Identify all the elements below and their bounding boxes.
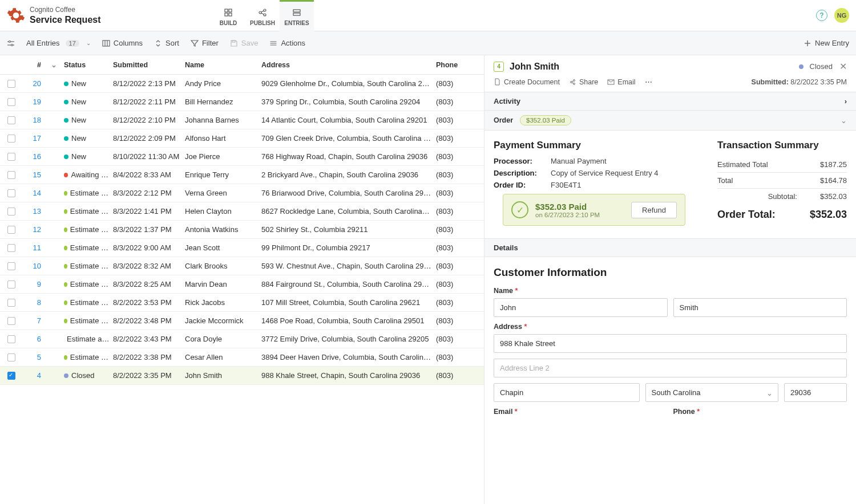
state-select[interactable]	[645, 383, 779, 402]
panel-header: 4 John Smith Closed ✕	[484, 55, 856, 75]
header-name[interactable]: Name	[185, 61, 261, 69]
row-checkbox[interactable]	[0, 226, 23, 234]
row-address: 593 W. Chestnut Ave., Chapin, South Caro…	[261, 262, 436, 270]
address-line1-input[interactable]	[494, 334, 847, 353]
svg-rect-3	[229, 13, 232, 16]
header-submitted[interactable]: Submitted	[113, 61, 185, 69]
sort-button[interactable]: Sort	[154, 39, 179, 47]
row-name: Helen Clayton	[185, 207, 261, 216]
row-address: 14 Atlantic Court, Columbia, South Carol…	[261, 116, 436, 124]
create-document-button[interactable]: Create Document	[494, 78, 560, 86]
row-number: 15	[23, 170, 46, 179]
row-checkbox[interactable]	[0, 281, 23, 288]
row-number: 11	[23, 243, 46, 252]
row-status: Estimate …	[62, 207, 113, 216]
row-address: 107 Mill Street, Columbia, South Carolin…	[261, 298, 436, 307]
transaction-summary: Transaction Summary Estimated Total$187.…	[717, 140, 847, 234]
row-checkbox[interactable]	[0, 116, 23, 124]
payment-summary: Payment Summary Processor:Manual Payment…	[494, 140, 695, 234]
row-checkbox[interactable]	[0, 317, 23, 325]
entries-toolbar: All Entries 17 ⌄ Columns Sort Filter Sav…	[0, 31, 856, 55]
svg-point-13	[9, 40, 11, 42]
row-checkbox[interactable]	[0, 189, 23, 197]
zip-input[interactable]	[784, 383, 847, 402]
row-name: Verna Green	[185, 189, 261, 197]
toolbar-settings-icon[interactable]	[7, 39, 15, 47]
row-checkbox[interactable]	[0, 335, 23, 343]
refund-button[interactable]: Refund	[631, 202, 677, 218]
share-button[interactable]: Share	[569, 78, 598, 86]
tab-entries-label: ENTRIES	[284, 20, 309, 26]
header-address[interactable]: Address	[261, 61, 436, 69]
row-checkbox[interactable]	[0, 80, 23, 88]
header-right: ? NG	[816, 8, 849, 23]
row-submitted: 8/2/2022 3:48 PM	[113, 316, 185, 325]
email-button[interactable]: Email	[607, 78, 635, 86]
order-label: Order	[494, 116, 513, 124]
tab-build[interactable]: BUILD	[211, 0, 245, 31]
build-icon	[223, 7, 233, 18]
sort-indicator-icon[interactable]: ⌄	[46, 60, 62, 69]
help-icon[interactable]: ?	[816, 10, 827, 21]
summary-section: Payment Summary Processor:Manual Payment…	[484, 131, 856, 238]
row-checkbox[interactable]	[0, 353, 23, 361]
customer-info-title: Customer Information	[494, 266, 847, 279]
details-section-bar: Details	[484, 238, 856, 257]
svg-rect-1	[229, 9, 232, 12]
check-circle-icon: ✓	[511, 201, 528, 218]
address-line2-input[interactable]	[494, 359, 847, 377]
row-number: 18	[23, 116, 46, 124]
user-avatar[interactable]: NG	[834, 8, 849, 23]
row-submitted: 8/4/2022 8:33 AM	[113, 170, 185, 179]
sort-icon	[154, 39, 162, 47]
row-submitted: 8/3/2022 1:37 PM	[113, 225, 185, 234]
row-address: 3894 Deer Haven Drive, Columbia, South C…	[261, 353, 436, 361]
row-checkbox[interactable]	[0, 135, 23, 143]
row-status: New	[62, 97, 113, 106]
all-entries-dropdown[interactable]: All Entries 17 ⌄	[26, 39, 91, 47]
row-phone: (803)	[436, 225, 470, 234]
row-checkbox[interactable]	[0, 299, 23, 307]
last-name-input[interactable]	[673, 298, 847, 317]
entry-number-badge: 4	[494, 62, 504, 72]
more-actions-button[interactable]: ⋯	[645, 78, 652, 86]
row-submitted: 8/3/2022 1:41 PM	[113, 207, 185, 216]
filter-button[interactable]: Filter	[191, 39, 219, 47]
header-status[interactable]: Status	[62, 61, 113, 69]
order-total-key: Order Total:	[717, 209, 776, 221]
save-button[interactable]: Save	[230, 39, 259, 47]
row-status: New	[62, 79, 113, 88]
row-address: 502 Shirley St., Columbia 29211	[261, 225, 436, 234]
header-num[interactable]: #	[23, 61, 46, 69]
close-panel-icon[interactable]: ✕	[839, 61, 847, 72]
row-checkbox[interactable]	[0, 208, 23, 216]
row-checkbox[interactable]	[0, 372, 23, 380]
row-status: Estimate …	[62, 243, 113, 252]
row-checkbox[interactable]	[0, 262, 23, 270]
filter-icon	[191, 39, 199, 47]
row-submitted: 8/2/2022 3:38 PM	[113, 353, 185, 361]
row-number: 13	[23, 207, 46, 216]
activity-label: Activity	[494, 97, 520, 105]
columns-button[interactable]: Columns	[102, 39, 143, 47]
actions-button[interactable]: Actions	[269, 39, 305, 47]
activity-section-bar[interactable]: Activity ›	[484, 92, 856, 111]
row-phone: (803)	[436, 316, 470, 325]
header-phone[interactable]: Phone	[436, 61, 470, 69]
row-status: Closed	[62, 371, 113, 380]
new-entry-button[interactable]: New Entry	[803, 39, 849, 47]
row-checkbox[interactable]	[0, 244, 23, 252]
svg-rect-18	[232, 40, 235, 42]
row-phone: (803)	[436, 170, 470, 179]
tab-entries[interactable]: ENTRIES	[280, 0, 314, 31]
row-checkbox[interactable]	[0, 171, 23, 179]
row-checkbox[interactable]	[0, 98, 23, 106]
order-total-value: $352.03	[810, 209, 847, 221]
tab-publish[interactable]: PUBLISH	[245, 0, 280, 31]
chevron-down-icon: ⌄	[841, 116, 847, 125]
order-section-bar[interactable]: Order $352.03 Paid ⌄	[484, 111, 856, 131]
panel-actions: Create Document Share Email ⋯ Submitted:…	[484, 75, 856, 92]
city-input[interactable]	[494, 383, 640, 402]
row-checkbox[interactable]	[0, 153, 23, 161]
first-name-input[interactable]	[494, 298, 668, 317]
